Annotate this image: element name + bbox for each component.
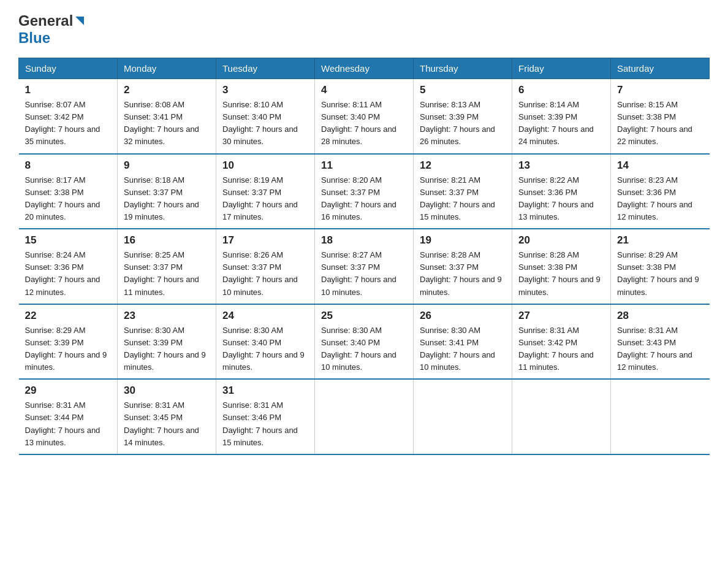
day-number: 3 <box>222 84 308 96</box>
day-number: 22 <box>25 310 112 322</box>
day-info: Sunrise: 8:17 AMSunset: 3:38 PMDaylight:… <box>25 175 100 221</box>
day-info: Sunrise: 8:26 AMSunset: 3:37 PMDaylight:… <box>222 250 298 296</box>
day-number: 23 <box>124 310 210 322</box>
calendar-header-row: SundayMondayTuesdayWednesdayThursdayFrid… <box>19 58 710 79</box>
day-info: Sunrise: 8:30 AMSunset: 3:40 PMDaylight:… <box>321 326 396 372</box>
calendar-cell: 25Sunrise: 8:30 AMSunset: 3:40 PMDayligh… <box>315 304 414 380</box>
day-info: Sunrise: 8:20 AMSunset: 3:37 PMDaylight:… <box>321 175 396 221</box>
calendar-cell: 26Sunrise: 8:30 AMSunset: 3:41 PMDayligh… <box>414 304 512 380</box>
day-number: 1 <box>25 84 112 96</box>
logo-arrow-icon <box>73 14 86 28</box>
day-info: Sunrise: 8:28 AMSunset: 3:37 PMDaylight:… <box>420 250 502 296</box>
day-number: 4 <box>321 84 407 96</box>
day-info: Sunrise: 8:28 AMSunset: 3:38 PMDaylight:… <box>518 250 601 296</box>
day-number: 9 <box>124 159 210 172</box>
day-info: Sunrise: 8:18 AMSunset: 3:37 PMDaylight:… <box>124 175 199 221</box>
week-row-3: 15Sunrise: 8:24 AMSunset: 3:36 PMDayligh… <box>19 229 710 304</box>
calendar-cell: 21Sunrise: 8:29 AMSunset: 3:38 PMDayligh… <box>611 229 710 304</box>
calendar-cell: 17Sunrise: 8:26 AMSunset: 3:37 PMDayligh… <box>216 229 315 304</box>
calendar-cell: 4Sunrise: 8:11 AMSunset: 3:40 PMDaylight… <box>315 79 414 154</box>
day-number: 7 <box>617 84 703 96</box>
calendar-cell: 24Sunrise: 8:30 AMSunset: 3:40 PMDayligh… <box>216 304 315 380</box>
day-number: 5 <box>420 84 506 96</box>
calendar-cell: 7Sunrise: 8:15 AMSunset: 3:38 PMDaylight… <box>611 79 710 154</box>
header-sunday: Sunday <box>19 58 118 79</box>
day-number: 21 <box>617 234 703 247</box>
calendar-cell: 31Sunrise: 8:31 AMSunset: 3:46 PMDayligh… <box>216 379 315 454</box>
day-info: Sunrise: 8:07 AMSunset: 3:42 PMDaylight:… <box>25 100 100 146</box>
day-info: Sunrise: 8:21 AMSunset: 3:37 PMDaylight:… <box>420 175 495 221</box>
day-number: 11 <box>321 159 407 172</box>
calendar-cell: 22Sunrise: 8:29 AMSunset: 3:39 PMDayligh… <box>19 304 118 380</box>
calendar-cell: 5Sunrise: 8:13 AMSunset: 3:39 PMDaylight… <box>414 79 512 154</box>
calendar-cell: 10Sunrise: 8:19 AMSunset: 3:37 PMDayligh… <box>216 154 315 229</box>
day-info: Sunrise: 8:27 AMSunset: 3:37 PMDaylight:… <box>321 250 396 296</box>
day-number: 28 <box>617 310 703 322</box>
day-info: Sunrise: 8:08 AMSunset: 3:41 PMDaylight:… <box>124 100 199 146</box>
day-number: 14 <box>617 159 703 172</box>
calendar-cell: 16Sunrise: 8:25 AMSunset: 3:37 PMDayligh… <box>118 229 216 304</box>
day-info: Sunrise: 8:23 AMSunset: 3:36 PMDaylight:… <box>617 175 692 221</box>
svg-marker-0 <box>75 17 84 25</box>
header-friday: Friday <box>512 58 611 79</box>
day-number: 24 <box>222 310 308 322</box>
day-info: Sunrise: 8:29 AMSunset: 3:38 PMDaylight:… <box>617 250 699 296</box>
day-info: Sunrise: 8:29 AMSunset: 3:39 PMDaylight:… <box>25 326 107 372</box>
day-info: Sunrise: 8:30 AMSunset: 3:41 PMDaylight:… <box>420 326 495 372</box>
week-row-4: 22Sunrise: 8:29 AMSunset: 3:39 PMDayligh… <box>19 304 710 380</box>
day-number: 8 <box>25 159 112 172</box>
calendar-cell: 27Sunrise: 8:31 AMSunset: 3:42 PMDayligh… <box>512 304 611 380</box>
day-number: 30 <box>124 385 210 397</box>
calendar-cell: 30Sunrise: 8:31 AMSunset: 3:45 PMDayligh… <box>118 379 216 454</box>
day-info: Sunrise: 8:30 AMSunset: 3:39 PMDaylight:… <box>124 326 206 372</box>
calendar-cell: 13Sunrise: 8:22 AMSunset: 3:36 PMDayligh… <box>512 154 611 229</box>
day-number: 29 <box>25 385 112 397</box>
calendar-cell: 29Sunrise: 8:31 AMSunset: 3:44 PMDayligh… <box>19 379 118 454</box>
week-row-1: 1Sunrise: 8:07 AMSunset: 3:42 PMDaylight… <box>19 79 710 154</box>
day-info: Sunrise: 8:10 AMSunset: 3:40 PMDaylight:… <box>222 100 298 146</box>
day-number: 19 <box>420 234 506 247</box>
day-info: Sunrise: 8:31 AMSunset: 3:42 PMDaylight:… <box>518 326 594 372</box>
day-number: 6 <box>518 84 604 96</box>
calendar-cell: 8Sunrise: 8:17 AMSunset: 3:38 PMDaylight… <box>19 154 118 229</box>
header-wednesday: Wednesday <box>315 58 414 79</box>
day-number: 31 <box>222 385 308 397</box>
calendar-cell: 14Sunrise: 8:23 AMSunset: 3:36 PMDayligh… <box>611 154 710 229</box>
header-tuesday: Tuesday <box>216 58 315 79</box>
day-info: Sunrise: 8:31 AMSunset: 3:45 PMDaylight:… <box>124 400 199 446</box>
calendar-cell: 11Sunrise: 8:20 AMSunset: 3:37 PMDayligh… <box>315 154 414 229</box>
day-number: 2 <box>124 84 210 96</box>
week-row-2: 8Sunrise: 8:17 AMSunset: 3:38 PMDaylight… <box>19 154 710 229</box>
day-info: Sunrise: 8:11 AMSunset: 3:40 PMDaylight:… <box>321 100 396 146</box>
calendar-cell: 23Sunrise: 8:30 AMSunset: 3:39 PMDayligh… <box>118 304 216 380</box>
day-info: Sunrise: 8:31 AMSunset: 3:46 PMDaylight:… <box>222 400 298 446</box>
header-saturday: Saturday <box>611 58 710 79</box>
calendar-cell <box>512 379 611 454</box>
day-info: Sunrise: 8:19 AMSunset: 3:37 PMDaylight:… <box>222 175 298 221</box>
day-number: 16 <box>124 234 210 247</box>
day-info: Sunrise: 8:13 AMSunset: 3:39 PMDaylight:… <box>420 100 495 146</box>
day-info: Sunrise: 8:31 AMSunset: 3:44 PMDaylight:… <box>25 400 100 446</box>
calendar-cell: 20Sunrise: 8:28 AMSunset: 3:38 PMDayligh… <box>512 229 611 304</box>
day-number: 26 <box>420 310 506 322</box>
day-number: 13 <box>518 159 604 172</box>
calendar-cell: 9Sunrise: 8:18 AMSunset: 3:37 PMDaylight… <box>118 154 216 229</box>
day-info: Sunrise: 8:22 AMSunset: 3:36 PMDaylight:… <box>518 175 594 221</box>
day-info: Sunrise: 8:14 AMSunset: 3:39 PMDaylight:… <box>518 100 594 146</box>
day-info: Sunrise: 8:15 AMSunset: 3:38 PMDaylight:… <box>617 100 692 146</box>
logo: General Blue <box>18 12 86 47</box>
day-info: Sunrise: 8:30 AMSunset: 3:40 PMDaylight:… <box>222 326 305 372</box>
day-number: 27 <box>518 310 604 322</box>
page-header: General Blue <box>18 12 710 47</box>
day-info: Sunrise: 8:25 AMSunset: 3:37 PMDaylight:… <box>124 250 199 296</box>
calendar-cell: 18Sunrise: 8:27 AMSunset: 3:37 PMDayligh… <box>315 229 414 304</box>
calendar-cell: 2Sunrise: 8:08 AMSunset: 3:41 PMDaylight… <box>118 79 216 154</box>
day-number: 25 <box>321 310 407 322</box>
day-number: 15 <box>25 234 112 247</box>
calendar-cell <box>414 379 512 454</box>
week-row-5: 29Sunrise: 8:31 AMSunset: 3:44 PMDayligh… <box>19 379 710 454</box>
day-number: 10 <box>222 159 308 172</box>
calendar-cell: 28Sunrise: 8:31 AMSunset: 3:43 PMDayligh… <box>611 304 710 380</box>
calendar-table: SundayMondayTuesdayWednesdayThursdayFrid… <box>18 58 710 455</box>
calendar-cell <box>315 379 414 454</box>
